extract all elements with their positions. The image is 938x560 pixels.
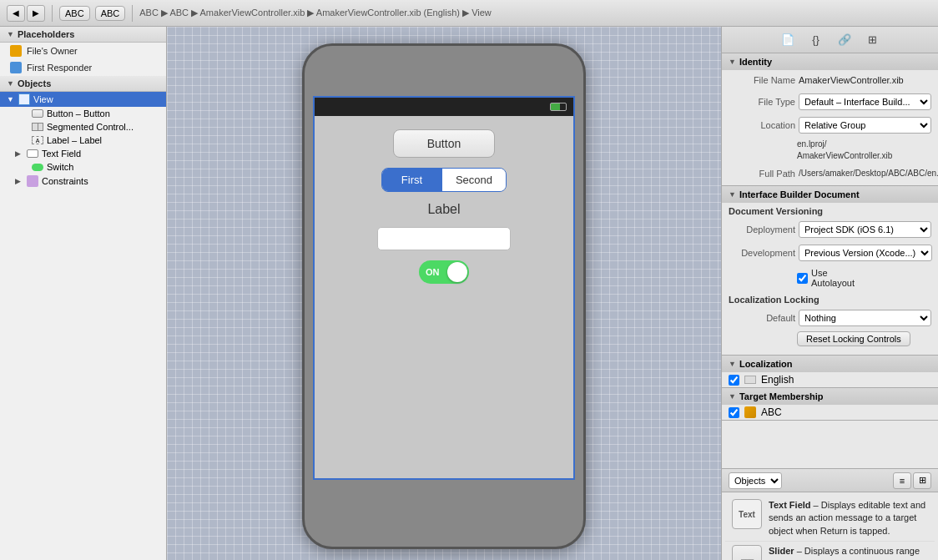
identity-section-header[interactable]: ▼ Identity (722, 53, 938, 70)
identity-section: ▼ Identity File Name AmakerViewControlle… (722, 53, 938, 186)
canvas-area[interactable]: Button First Second Label ON (167, 27, 721, 560)
english-label: English (761, 374, 794, 386)
localization-triangle: ▼ (729, 360, 736, 368)
slider-library-icon: ━━━ (732, 545, 762, 560)
ios-label: Label (427, 202, 460, 217)
constraints-arrow-icon: ▶ (15, 177, 23, 185)
grid-view-button[interactable]: ⊞ (913, 472, 931, 489)
target-section: ▼ Target Membership ABC (722, 388, 938, 421)
grid-icon-button[interactable]: ⊞ (860, 30, 886, 50)
target-abc-label: ABC (761, 406, 782, 418)
files-owner-label: File's Owner (27, 46, 78, 56)
deployment-label: Deployment (729, 225, 795, 235)
slider-library-text: Slider – Displays a continuous range of … (769, 545, 928, 560)
files-owner-item[interactable]: File's Owner (0, 43, 166, 59)
view-label: View (33, 94, 53, 104)
target-title: Target Membership (739, 391, 824, 401)
textfield-arrow-icon: ▶ (15, 149, 23, 158)
file-type-select[interactable]: Default – Interface Build... (799, 93, 931, 110)
ios-switch-label: ON (426, 267, 440, 277)
abc-button-1[interactable]: ABC (59, 6, 90, 21)
tree-item-segmented[interactable]: ▶ Segmented Control... (0, 120, 166, 134)
textfield-library-text: Text Field – Displays editable text and … (769, 499, 928, 537)
view-icon (18, 93, 30, 105)
target-abc-icon (744, 406, 756, 418)
nav-buttons: ◀ ▶ (7, 5, 45, 22)
development-label: Development (729, 248, 795, 258)
file-icon-button[interactable]: 📄 (774, 30, 801, 50)
files-owner-icon (10, 45, 22, 57)
placeholders-header[interactable]: ▼ Placeholders (0, 27, 166, 43)
objects-header[interactable]: ▼ Objects (0, 76, 166, 92)
right-toolbar: 📄 {} 🔗 ⊞ (722, 27, 938, 53)
english-flag-icon (744, 376, 756, 384)
iphone-screen[interactable]: Button First Second Label ON (313, 96, 575, 480)
library-slider-item: ━━━ Slider – Displays a continuous range… (725, 542, 935, 560)
first-responder-icon (10, 62, 22, 73)
tree-item-switch[interactable]: ▶ Switch (0, 160, 166, 174)
location-label: Location (729, 120, 795, 130)
ios-textfield[interactable] (377, 227, 511, 250)
target-abc-checkbox[interactable] (729, 407, 739, 418)
ibd-triangle: ▼ (729, 190, 736, 199)
first-responder-item[interactable]: First Responder (0, 59, 166, 76)
ibd-title: Interface Builder Document (739, 189, 860, 199)
status-bar (315, 98, 573, 116)
tree-item-textfield[interactable]: ▶ Text Field (0, 147, 166, 160)
seg-second-option[interactable]: Second (441, 169, 506, 191)
autolayout-checkbox[interactable] (797, 273, 808, 284)
iphone-content: Button First Second Label ON (323, 106, 565, 284)
locking-default-select[interactable]: Nothing (799, 310, 931, 326)
ios-switch[interactable]: ON (419, 260, 469, 284)
bottom-library-content: Text Text Field – Displays editable text… (722, 492, 938, 560)
seg-first-option[interactable]: First (382, 169, 441, 191)
objects-title: Objects (18, 78, 51, 88)
first-responder-label: First Responder (27, 63, 92, 73)
development-select[interactable]: Previous Version (Xcode...) (799, 245, 932, 261)
ibd-section-header[interactable]: ▼ Interface Builder Document (722, 186, 938, 203)
link-icon-button[interactable]: 🔗 (831, 30, 858, 50)
localization-english-item: English (722, 372, 938, 387)
code-icon-button[interactable]: {} (803, 30, 830, 50)
iphone-simulator: Button First Second Label ON (302, 43, 586, 549)
file-type-row: File Type Default – Interface Build... (722, 90, 938, 114)
english-checkbox[interactable] (729, 375, 739, 386)
list-view-button[interactable]: ≡ (893, 472, 911, 489)
textfield-icon (27, 149, 38, 158)
battery-icon (550, 103, 567, 111)
label-label: Label – Label (47, 135, 102, 145)
target-section-header[interactable]: ▼ Target Membership (722, 388, 938, 405)
location-select[interactable]: Relative Group (799, 117, 931, 134)
localization-section-header[interactable]: ▼ Localization (722, 356, 938, 372)
deployment-select[interactable]: Project SDK (iOS 6.1) (799, 221, 931, 238)
path-line2: AmakerViewController.xib (797, 150, 931, 162)
nav-prev-button[interactable]: ◀ (7, 5, 25, 22)
view-arrow-icon: ▼ (7, 95, 15, 103)
main-toolbar: ◀ ▶ ABC ABC ABC ▶ ABC ▶ AmakerViewContro… (0, 0, 938, 27)
target-triangle: ▼ (729, 392, 736, 401)
library-select[interactable]: Objects (729, 472, 782, 489)
abc-button-2[interactable]: ABC (95, 6, 126, 21)
nav-next-button[interactable]: ▶ (27, 5, 45, 22)
ios-switch-knob (447, 262, 467, 282)
ios-button[interactable]: Button (393, 129, 495, 158)
seg-label: Segmented Control... (47, 122, 134, 132)
autolayout-row: Use Autolayout (722, 265, 938, 291)
library-textfield-item: Text Text Field – Displays editable text… (725, 496, 935, 542)
seg-icon (32, 123, 43, 131)
reset-locking-button[interactable]: Reset Locking Controls (797, 331, 910, 346)
location-row: Location Relative Group (722, 114, 938, 137)
constraints-icon (27, 175, 38, 187)
file-name-row: File Name AmakerViewController.xib (722, 70, 938, 90)
tree-item-view[interactable]: ▼ View (0, 92, 166, 107)
locking-default-row: Default Nothing (722, 306, 938, 330)
identity-triangle: ▼ (729, 58, 736, 66)
placeholders-triangle: ▼ (7, 30, 14, 38)
tree-item-button[interactable]: ▶ Button – Button (0, 107, 166, 120)
tree-item-constraints[interactable]: ▶ Constraints (0, 174, 166, 189)
ios-segmented-control[interactable]: First Second (381, 168, 507, 192)
development-row: Development Previous Version (Xcode...) (722, 241, 938, 265)
tree-item-label[interactable]: ▶ A Label – Label (0, 134, 166, 147)
slider-icon-symbol: ━━━ (741, 557, 754, 560)
objects-tree: ▼ View ▶ Button – Button ▶ Segmented Con… (0, 92, 166, 560)
